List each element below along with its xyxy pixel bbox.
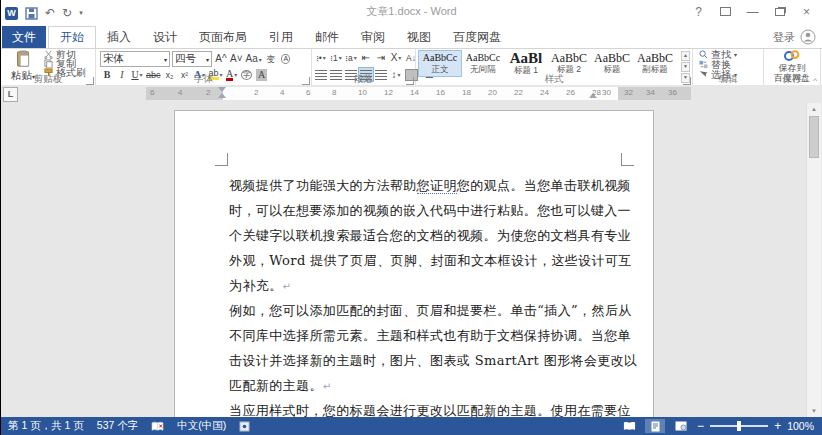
zoom-in-button[interactable]: +	[774, 419, 781, 433]
word-count[interactable]: 537 个字	[97, 419, 138, 433]
font-dialog-launcher-icon[interactable]	[302, 77, 310, 85]
text-line: 时，可以在想要添加的视频的嵌入代码中进行粘贴。您也可以键入一	[229, 198, 623, 223]
tab-selector-button[interactable]: L	[3, 87, 18, 102]
font-size-combo[interactable]: 四号 ▾	[172, 51, 212, 67]
ruler-number: 30	[602, 88, 611, 97]
ruler-number: 20	[488, 88, 497, 97]
copy-icon	[44, 59, 53, 68]
document-text[interactable]: 视频提供了功能强大的方法帮助您证明您的观点。当您单击联机视频时，可以在想要添加的…	[229, 173, 623, 417]
numbering-button[interactable]: ⁝1▾	[329, 51, 343, 64]
ruler-number: 6	[306, 88, 310, 97]
font-size-dropdown-icon: ▾	[206, 56, 209, 63]
text-line: 当应用样式时，您的标题会进行更改以匹配新的主题。使用在需要位	[229, 398, 623, 417]
collapse-ribbon-icon[interactable]: ^	[813, 76, 817, 85]
increase-indent-icon: ⇥	[377, 52, 385, 64]
multilevel-list-icon: ⁝a	[345, 52, 352, 64]
sign-in-area[interactable]: 登录	[773, 26, 816, 48]
ribbon-display-options-button[interactable]	[712, 0, 739, 24]
asian-layout-button[interactable]: X▾	[389, 51, 403, 64]
scroll-down-icon[interactable]: ▼	[807, 405, 821, 417]
print-layout-icon	[650, 421, 661, 432]
read-mode-icon	[623, 421, 636, 431]
read-mode-button[interactable]	[619, 419, 639, 433]
phonetic-guide-button[interactable]: 变	[264, 53, 278, 66]
multilevel-list-dropdown-icon: ▾	[354, 54, 357, 61]
ruler-number: 24	[540, 88, 549, 97]
ruler-number: 14	[410, 88, 419, 97]
grow-font-icon: A^	[215, 53, 226, 65]
ruler-number: 10	[358, 88, 367, 97]
print-layout-button[interactable]	[645, 419, 665, 433]
web-layout-button[interactable]	[671, 419, 691, 433]
zoom-level[interactable]: 100%	[787, 420, 814, 432]
tab-页面布局[interactable]: 页面布局	[188, 26, 258, 48]
baidu-netdisk-icon	[781, 50, 803, 61]
shrink-font-button[interactable]: A˅	[229, 53, 244, 66]
text-line: 例如，您可以添加匹配的封面、页眉和提要栏。单击“插入”，然后从	[229, 298, 623, 323]
text-segment: 您的观点。当您单击联机视频	[457, 178, 631, 193]
text-segment: 击设计并选择新的主题时，图片、图表或 SmartArt 图形将会更改以	[229, 353, 638, 368]
spellcheck-underlined-text: 当应用	[229, 403, 269, 417]
tab-引用[interactable]: 引用	[258, 26, 304, 48]
paragraph-dialog-launcher-icon[interactable]	[406, 77, 414, 85]
spell-check-icon[interactable]	[151, 421, 164, 432]
ruler-number: 12	[384, 88, 393, 97]
document-page[interactable]: 视频提供了功能强大的方法帮助您证明您的观点。当您单击联机视频时，可以在想要添加的…	[174, 110, 654, 417]
bullets-button[interactable]: ⁝•▾	[314, 51, 328, 64]
font-name-combo[interactable]: 宋体 ▾	[100, 51, 170, 67]
scrollbar-thumb[interactable]	[809, 116, 819, 158]
ruler-number: 22	[514, 88, 523, 97]
character-border-button[interactable]: A	[279, 53, 293, 66]
decrease-indent-button[interactable]: ⇤	[359, 51, 373, 64]
zoom-out-button[interactable]: −	[697, 419, 704, 433]
horizontal-ruler[interactable]: 64224681012141618202224262830323436	[146, 87, 691, 100]
tab-开始[interactable]: 开始	[48, 26, 96, 48]
multilevel-list-button[interactable]: ⁝a▾	[344, 51, 358, 64]
styles-dialog-launcher-icon[interactable]	[683, 77, 691, 85]
macro-record-icon[interactable]	[239, 421, 250, 432]
tab-设计[interactable]: 设计	[142, 26, 188, 48]
style-scroll-up-icon[interactable]: ▲	[681, 51, 690, 61]
decrease-indent-icon: ⇤	[362, 52, 370, 64]
web-layout-icon	[675, 421, 687, 431]
ruler-number: 26	[566, 88, 575, 97]
tab-邮件[interactable]: 邮件	[304, 26, 350, 48]
ruler-number: 2	[254, 88, 258, 97]
increase-indent-button[interactable]: ⇥	[374, 51, 388, 64]
text-line: 不同库中选择所需元素。主题和样式也有助于文档保持协调。当您单	[229, 323, 623, 348]
help-button[interactable]: ?	[685, 0, 712, 24]
close-button[interactable]: ×	[793, 0, 820, 24]
text-segment: 外观，Word 提供了页眉、页脚、封面和文本框设计，这些设计可互	[229, 253, 632, 268]
find-icon	[699, 50, 708, 59]
clipboard-dialog-launcher-icon[interactable]	[86, 77, 94, 85]
restore-button[interactable]	[766, 0, 793, 24]
page-info[interactable]: 第 1 页，共 1 页	[8, 419, 84, 433]
style-scroll-down-icon[interactable]: ▼	[681, 62, 690, 72]
change-case-dropdown-icon: ▾	[259, 56, 262, 63]
vertical-scrollbar[interactable]: ▲ ▼	[806, 103, 821, 417]
find-dropdown-icon: ▾	[734, 51, 737, 58]
ruler-number: 28	[592, 88, 601, 97]
avatar-icon	[800, 29, 816, 45]
asian-layout-dropdown-icon: ▾	[398, 54, 401, 61]
tab-file[interactable]: 文件	[2, 26, 46, 48]
change-case-button[interactable]: Aa▾	[245, 53, 263, 66]
grow-font-button[interactable]: A^	[214, 53, 228, 66]
hanging-indent-marker[interactable]	[218, 93, 226, 98]
tab-插入[interactable]: 插入	[96, 26, 142, 48]
text-segment: 个关键字以联机搜索最适合您的文档的视频。为使您的文档具有专业	[229, 228, 631, 243]
language-indicator[interactable]: 中文(中国)	[177, 419, 226, 433]
zoom-slider[interactable]	[710, 425, 768, 427]
text-line: 击设计并选择新的主题时，图片、图表或 SmartArt 图形将会更改以	[229, 348, 623, 373]
tab-视图[interactable]: 视图	[396, 26, 442, 48]
scroll-up-icon[interactable]: ▲	[807, 103, 821, 115]
paragraph-group: ⁝•▾⁝1▾⁝a▾⇤⇥X▾A↓¶ ↕▾▾⊞▾ 段落	[312, 49, 416, 86]
first-line-indent-marker[interactable]	[218, 87, 226, 92]
tab-审阅[interactable]: 审阅	[350, 26, 396, 48]
minimize-button[interactable]: —	[739, 0, 766, 24]
tab-百度网盘[interactable]: 百度网盘	[442, 26, 512, 48]
ruler-number: 32	[624, 88, 633, 97]
text-line: 外观，Word 提供了页眉、页脚、封面和文本框设计，这些设计可互	[229, 248, 623, 273]
ruler-number: 16	[436, 88, 445, 97]
zoom-slider-thumb[interactable]	[737, 421, 741, 431]
